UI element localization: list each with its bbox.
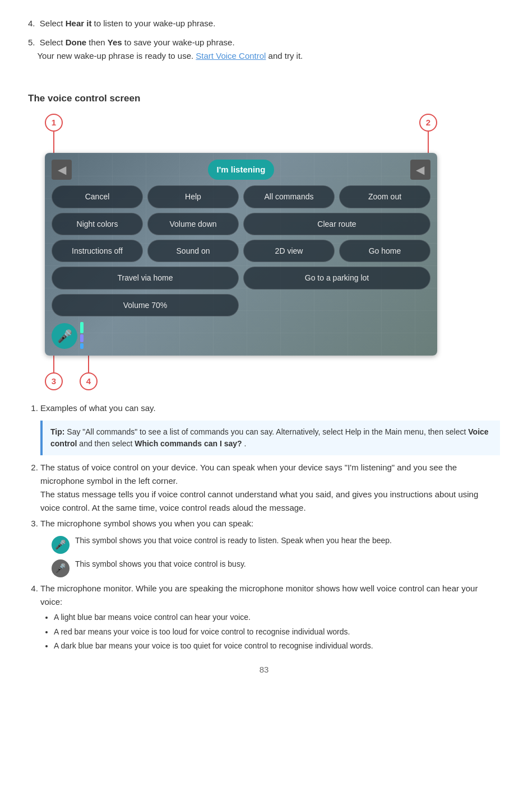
- callout-2-wrap: 2: [419, 114, 437, 153]
- voice-screen-container: 1 2 ◀ I'm listening ◀ Cancel Help All co…: [39, 114, 500, 390]
- point4-heading: The microphone monitor. While you are sp…: [40, 584, 478, 606]
- mic-busy-icon: 🎤: [52, 559, 70, 577]
- callout-3-wrap: 3: [45, 356, 63, 390]
- tip-bold-2: Which commands can I say?: [135, 439, 242, 448]
- tip-text-2: and then select: [79, 439, 135, 448]
- commands-grid: Cancel Help All commands Zoom out Night …: [52, 185, 430, 316]
- callout-4: 4: [80, 372, 98, 390]
- cmd-cancel[interactable]: Cancel: [52, 185, 143, 208]
- back-arrow[interactable]: ◀: [52, 160, 72, 180]
- microphone-icon: 🎤: [52, 323, 77, 349]
- voice-control-screen: ◀ I'm listening ◀ Cancel Help All comman…: [45, 153, 437, 356]
- point2-text: The status of voice control on your devi…: [40, 463, 457, 486]
- tip-text-1: Say "All commands" to see a list of comm…: [67, 427, 468, 436]
- point2-text2: The status message tells you if voice co…: [40, 489, 478, 512]
- examples-heading: Examples of what you can say.: [40, 403, 156, 413]
- cmd-help[interactable]: Help: [147, 185, 239, 208]
- callout-3: 3: [45, 372, 63, 390]
- explanation-item-4: The microphone monitor. While you are sp…: [40, 582, 500, 652]
- start-voice-control-link[interactable]: Start Voice Control: [196, 51, 266, 60]
- mic-monitor: [80, 322, 84, 349]
- listening-badge: I'm listening: [208, 160, 275, 180]
- bar-items-list: A light blue bar means voice control can…: [40, 611, 500, 652]
- bar-item-1: A light blue bar means voice control can…: [54, 611, 500, 623]
- nav-arrow-right[interactable]: ◀: [410, 160, 430, 180]
- cmd-instructions-off[interactable]: Instructions off: [52, 240, 143, 262]
- screen-bottom-row: 🎤: [52, 322, 430, 349]
- cmd-zoom-out[interactable]: Zoom out: [339, 185, 430, 208]
- callout-1-wrap: 1: [45, 114, 63, 153]
- step5: 5. Select Done then Yes to save your wak…: [28, 36, 500, 63]
- bar-item-2: A red bar means your voice is too loud f…: [54, 626, 500, 638]
- cmd-parking-lot[interactable]: Go to a parking lot: [243, 267, 430, 289]
- screen-top-bar: ◀ I'm listening ◀: [52, 160, 430, 180]
- monitor-bar-2: [80, 334, 84, 342]
- cmd-2d-view[interactable]: 2D view: [243, 240, 335, 262]
- tip-text-3: .: [244, 439, 246, 448]
- explanation-list: Examples of what you can say. Tip: Say "…: [28, 402, 500, 652]
- tip-label: Tip:: [50, 427, 64, 436]
- mic-busy-item: 🎤 This symbol shows you that voice contr…: [52, 558, 500, 577]
- cmd-night-colors[interactable]: Night colors: [52, 213, 143, 235]
- bar-item-3: A dark blue bar means your voice is too …: [54, 640, 500, 652]
- callout-1: 1: [45, 114, 63, 132]
- mic-listen-text: This symbol shows you that voice control…: [75, 535, 392, 547]
- step4: 4. Select Hear it to listen to your wake…: [28, 17, 500, 30]
- page-number: 83: [28, 663, 500, 676]
- callout-1-line: [53, 132, 54, 153]
- callout-3-line: [53, 356, 54, 372]
- monitor-bar-3: [80, 343, 84, 349]
- explanation-item-1: Examples of what you can say. Tip: Say "…: [40, 402, 500, 455]
- monitor-bar-1: [80, 322, 84, 333]
- explanation-item-3: The microphone symbol shows you when you…: [40, 517, 500, 577]
- link-rest: and try it.: [268, 51, 303, 60]
- section-title: The voice control screen: [28, 91, 500, 106]
- explanation-item-2: The status of voice control on your devi…: [40, 461, 500, 515]
- callout-4-wrap: 4: [80, 356, 98, 390]
- cmd-all-commands[interactable]: All commands: [243, 185, 335, 208]
- point3-heading: The microphone symbol shows you when you…: [40, 519, 253, 528]
- callout-4-line: [88, 356, 89, 372]
- cmd-sound-on[interactable]: Sound on: [147, 240, 239, 262]
- mic-busy-text: This symbol shows you that voice control…: [75, 558, 246, 570]
- callout-2: 2: [419, 114, 437, 132]
- wakeup-ready-text: Your new wake-up phrase is ready to use.: [37, 51, 193, 60]
- cmd-go-home[interactable]: Go home: [339, 240, 430, 262]
- cmd-clear-route[interactable]: Clear route: [243, 213, 430, 235]
- callout-2-line: [428, 132, 429, 153]
- tip-box: Tip: Say "All commands" to see a list of…: [40, 421, 500, 455]
- cmd-volume-70[interactable]: Volume 70%: [52, 294, 239, 316]
- cmd-travel-via-home[interactable]: Travel via home: [52, 267, 239, 289]
- mic-listen-icon: 🎤: [52, 536, 70, 554]
- mic-listen-item: 🎤 This symbol shows you that voice contr…: [52, 535, 500, 554]
- cmd-volume-down[interactable]: Volume down: [147, 213, 239, 235]
